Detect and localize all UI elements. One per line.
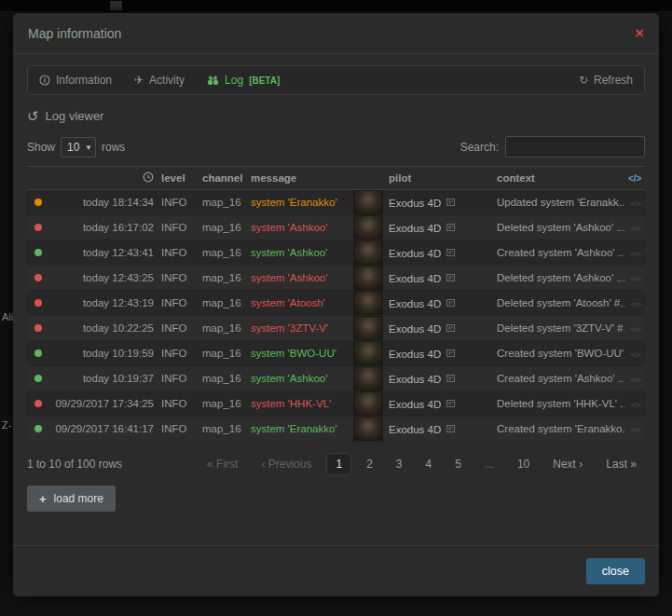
- pagination-item[interactable]: Last »: [597, 454, 645, 474]
- pilot-name: Exodus 4D: [389, 247, 441, 258]
- pagination-item[interactable]: Next ›: [544, 454, 591, 474]
- expand-row-icon[interactable]: </>: [630, 376, 641, 384]
- log-table-body: today 18:14:34 INFO map_16 system 'Erana…: [27, 190, 645, 442]
- status-dot: [34, 299, 42, 307]
- log-time: today 10:19:37: [49, 366, 158, 391]
- log-message: system 'Ashkoo': [247, 240, 351, 266]
- pagination-item[interactable]: 1: [326, 453, 351, 475]
- pagination-item[interactable]: 10: [509, 454, 538, 474]
- col-context: context: [493, 167, 624, 190]
- close-button[interactable]: close: [586, 558, 645, 584]
- pilot-avatar: [353, 215, 383, 240]
- table-toolbar: Show 10 ▼ rows Search:: [27, 136, 645, 157]
- pagination-item[interactable]: ...: [476, 454, 502, 474]
- pilot-name: Exodus 4D: [389, 322, 441, 334]
- log-level: INFO: [158, 215, 199, 240]
- col-message: message: [247, 167, 351, 190]
- search-label: Search:: [460, 141, 499, 154]
- search-control: Search:: [460, 136, 645, 157]
- top-bar-item: [110, 1, 122, 10]
- log-viewer-heading: ↺ Log viewer: [27, 109, 645, 123]
- log-context: Deleted system 'Atoosh' #...: [493, 291, 624, 316]
- log-channel: map_16: [199, 391, 247, 417]
- log-level: INFO: [158, 266, 199, 291]
- expand-row-icon[interactable]: </>: [630, 401, 641, 409]
- pagination-item[interactable]: « First: [199, 454, 246, 474]
- log-channel: map_16: [199, 190, 247, 215]
- refresh-label: Refresh: [594, 74, 633, 87]
- status-dot: [34, 324, 42, 332]
- tab-activity[interactable]: ✈ Activity: [134, 74, 185, 87]
- tab-information-label: Information: [56, 74, 112, 87]
- log-channel: map_16: [199, 266, 247, 291]
- log-message: system 'Ashkoo': [247, 366, 351, 391]
- log-context: Deleted system 'HHK-VL' ...: [493, 391, 624, 417]
- show-label: Show: [27, 141, 55, 154]
- log-message: system 'Eranakko': [247, 190, 351, 215]
- table-row: 09/29/2017 17:34:25 INFO map_16 system '…: [27, 391, 645, 417]
- expand-row-icon[interactable]: </>: [630, 426, 641, 434]
- col-time: [49, 167, 158, 190]
- pagination-info: 1 to 10 of 100 rows: [27, 458, 122, 471]
- log-context: Deleted system '3ZTV-V' #...: [493, 316, 624, 341]
- tab-activity-label: Activity: [149, 74, 185, 87]
- expand-row-icon[interactable]: </>: [630, 225, 641, 233]
- log-time: today 10:19:59: [49, 341, 158, 366]
- pilot-card-icon[interactable]: [446, 423, 455, 434]
- pilot-avatar: [353, 190, 383, 214]
- expand-row-icon[interactable]: </>: [630, 199, 641, 208]
- log-message: system 'Atoosh': [247, 291, 351, 316]
- load-more-button[interactable]: + load more: [27, 486, 116, 512]
- rows-per-page-select[interactable]: 10: [61, 137, 96, 157]
- col-channel: channel: [199, 167, 247, 190]
- info-icon: [39, 75, 50, 86]
- pilot-card-icon[interactable]: [446, 272, 455, 283]
- tab-information[interactable]: Information: [39, 74, 112, 87]
- status-dot: [34, 224, 42, 231]
- code-icon[interactable]: </>: [628, 173, 641, 184]
- expand-row-icon[interactable]: </>: [630, 275, 641, 283]
- pilot-avatar: [353, 291, 383, 315]
- pagination-item[interactable]: ‹ Previous: [253, 454, 320, 474]
- expand-row-icon[interactable]: </>: [630, 325, 641, 334]
- pilot-card-icon[interactable]: [446, 398, 455, 409]
- refresh-button[interactable]: ↻ Refresh: [579, 74, 633, 87]
- pilot-card-icon[interactable]: [446, 247, 455, 258]
- log-context: Created system 'Eranakko...: [493, 417, 624, 442]
- log-channel: map_16: [199, 341, 247, 366]
- pilot-card-icon[interactable]: [446, 348, 455, 359]
- pilot-name: Exodus 4D: [389, 373, 441, 384]
- pilot-avatar: [353, 316, 383, 340]
- rows-per-page-control: Show 10 ▼ rows: [27, 137, 125, 157]
- table-row: today 16:17:02 INFO map_16 system 'Ashko…: [27, 215, 645, 240]
- expand-row-icon[interactable]: </>: [630, 250, 641, 258]
- pilot-card-icon[interactable]: [446, 297, 455, 308]
- log-message: system 'Ashkoo': [247, 215, 351, 240]
- status-dot: [34, 249, 42, 256]
- pilot-card-icon[interactable]: [446, 322, 455, 334]
- pilot-avatar: [353, 366, 383, 390]
- pilot-card-icon[interactable]: [446, 373, 455, 384]
- table-row: 09/29/2017 16:41:17 INFO map_16 system '…: [27, 417, 645, 442]
- pagination: « First ‹ Previous 1 2 3 4 5 ... 10 Next…: [199, 453, 645, 475]
- log-channel: map_16: [199, 417, 247, 442]
- pagination-item[interactable]: 4: [418, 454, 441, 474]
- log-level: INFO: [158, 366, 199, 391]
- col-avatar: [351, 167, 385, 190]
- pilot-name: Exodus 4D: [389, 423, 441, 434]
- tab-log[interactable]: Log [BETA]: [207, 74, 280, 87]
- expand-row-icon[interactable]: </>: [630, 350, 641, 359]
- expand-row-icon[interactable]: </>: [630, 300, 641, 308]
- close-icon[interactable]: ×: [635, 25, 644, 41]
- log-level: INFO: [158, 240, 199, 266]
- log-context: Updated system 'Eranakk...: [493, 190, 624, 215]
- pilot-card-icon[interactable]: [446, 197, 455, 208]
- pilot-avatar: [353, 240, 383, 265]
- pagination-item[interactable]: 2: [358, 454, 381, 474]
- pagination-item[interactable]: 5: [446, 454, 470, 474]
- pilot-card-icon[interactable]: [446, 222, 455, 233]
- log-channel: map_16: [199, 215, 247, 240]
- log-time: today 16:17:02: [49, 215, 158, 240]
- pagination-item[interactable]: 3: [388, 454, 411, 474]
- search-input[interactable]: [505, 136, 645, 157]
